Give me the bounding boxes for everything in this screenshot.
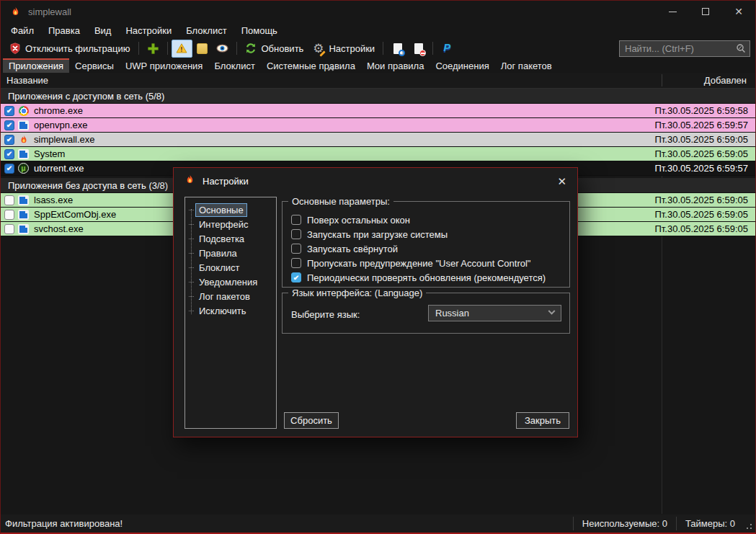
tree-item-notifications[interactable]: Уведомления [185,275,276,289]
group-header-allowed[interactable]: Приложения с доступом в сеть (5/8) [1,89,755,104]
highlight-button[interactable] [192,40,212,57]
chevron-down-icon [548,308,556,315]
tree-item-highlighting[interactable]: Подсветка [185,231,276,246]
column-header-name[interactable]: Название [1,75,48,86]
maximize-button[interactable] [689,1,722,22]
checkbox-label: Запускать свёрнутой [307,244,398,254]
app-flame-icon [9,6,22,18]
tab-system-rules[interactable]: Системные правила [261,58,361,73]
row-app-name: SppExtComObj.exe [34,209,116,220]
language-select[interactable]: Russian [428,305,561,321]
refresh-button[interactable]: Обновить [241,40,308,58]
menu-view[interactable]: Вид [87,24,119,37]
tab-blocklist[interactable]: Блоклист [208,58,260,73]
toolbar-separator [383,42,383,55]
row-checkbox[interactable] [4,210,14,220]
table-row[interactable]: ✔ simplewall.exe Пт.30.05.2025 6:59:05 [1,133,755,147]
tree-item-blocklist[interactable]: Блоклист [185,260,276,275]
status-right: Неиспользуемые: 0 Таймеры: 0 [573,515,755,533]
tab-packet-log[interactable]: Лог пакетов [495,58,558,73]
row-added-date: Пт.30.05.2025 6:59:57 [654,163,748,174]
checkbox-skip-uac[interactable]: Пропускать предупреждение "User Account … [291,256,569,270]
group-label: Язык интерфейса: (Language) [288,288,426,298]
document-search-icon [391,43,404,55]
row-added-date: Пт.30.05.2025 6:59:57 [654,120,748,130]
row-checkbox[interactable] [4,195,14,205]
tree-item-interface[interactable]: Интерфейс [185,217,276,231]
clear-log-button[interactable] [408,40,429,58]
menu-settings[interactable]: Настройки [118,24,179,37]
checkbox-start-minimized[interactable]: Запускать свёрнутой [291,241,569,256]
resize-grip[interactable] [744,515,755,533]
disable-filtering-button[interactable]: Отключить фильтрацию [4,40,135,58]
menu-edit[interactable]: Правка [41,24,87,37]
dialog-close-footer-button[interactable]: Закрыть [516,412,569,429]
checkbox-run-at-startup[interactable]: Запускать при загрузке системы [291,227,569,241]
row-app-name: System [34,148,65,159]
row-app-name: svchost.exe [34,223,84,234]
menu-help[interactable]: Помощь [234,24,285,37]
tab-apps[interactable]: Приложения [3,58,69,73]
dialog-title: Настройки [203,176,249,187]
language-group: Язык интерфейса: (Language) Выберите язы… [282,293,570,334]
row-app-name: chrome.exe [34,105,83,116]
row-checkbox[interactable]: ✔ [4,120,14,130]
column-divider[interactable] [662,74,662,86]
toolbar-separator [432,42,433,55]
column-header-added[interactable]: Добавлен [704,75,747,86]
maximize-icon [702,8,709,15]
row-checkbox[interactable]: ✔ [4,106,14,116]
menu-file[interactable]: Файл [4,24,41,37]
row-added-date: Пт.30.05.2025 6:59:05 [654,209,748,220]
row-checkbox[interactable]: ✔ [4,164,14,174]
tree-item-packet-log[interactable]: Лог пакетов [185,289,276,303]
settings-label: Настройки [329,43,375,54]
search-input[interactable] [619,40,750,57]
table-row[interactable]: ✔ chrome.exe Пт.30.05.2025 6:59:58 [1,104,755,118]
app-window-icon [17,209,30,221]
toolbar-separator [236,42,237,55]
checkbox-icon [291,258,301,268]
app-title: simplewall [28,6,71,17]
checkbox-label: Пропускать предупреждение "User Account … [307,258,530,269]
row-app-name: simplewall.exe [34,134,95,145]
status-unused: Неиспользуемые: 0 [573,517,676,530]
open-log-button[interactable] [387,40,408,58]
settings-button[interactable]: ⚙ Настройки [308,40,379,58]
group-label: Основные параметры: [288,196,393,207]
row-checkbox[interactable]: ✔ [4,135,14,145]
reset-button[interactable]: Сбросить [284,412,339,429]
general-options-group: Основные параметры: Поверх остальных око… [282,201,570,288]
paypal-icon: PP [441,43,453,55]
checkbox-always-on-top[interactable]: Поверх остальных окон [291,213,569,227]
minimize-button[interactable] [656,1,689,22]
table-row[interactable]: ✔ openvpn.exe Пт.30.05.2025 6:59:57 [1,118,755,133]
row-app-name: utorrent.exe [34,163,84,174]
tab-connections[interactable]: Соединения [430,58,494,73]
table-row[interactable]: ✔ System Пт.30.05.2025 6:59:05 [1,147,755,161]
app-window-icon [17,223,30,235]
show-warnings-button[interactable] [172,40,192,58]
tree-item-rules[interactable]: Правила [185,246,276,260]
tab-services[interactable]: Сервисы [69,58,120,73]
row-checkbox[interactable]: ✔ [4,149,14,159]
tabbar: Приложения Сервисы UWP приложения Блокли… [1,58,755,73]
row-added-date: Пт.30.05.2025 6:59:05 [654,223,748,234]
tab-uwp-apps[interactable]: UWP приложения [120,58,208,73]
checkbox-label: Запускать при загрузке системы [307,229,448,240]
add-button[interactable] [143,40,164,58]
tree-item-general[interactable]: Основные [185,203,276,217]
tab-user-rules[interactable]: Мои правила [361,58,430,73]
tree-item-exclude[interactable]: Исключить [185,303,276,318]
close-button[interactable]: ✕ [722,1,755,22]
menu-blocklist[interactable]: Блоклист [179,24,234,37]
statusbar: Фильтрация активирована! Неиспользуемые:… [1,515,755,533]
app-window-icon [17,148,30,160]
donate-button[interactable]: PP [437,40,458,58]
dialog-close-button[interactable]: ✕ [557,176,566,187]
row-checkbox[interactable] [4,224,14,234]
show-hidden-button[interactable] [212,40,233,58]
plus-icon [147,43,159,55]
yellow-square-icon [197,43,208,54]
checkbox-check-updates[interactable]: ✔ Периодически проверять обновления (рек… [291,270,569,285]
